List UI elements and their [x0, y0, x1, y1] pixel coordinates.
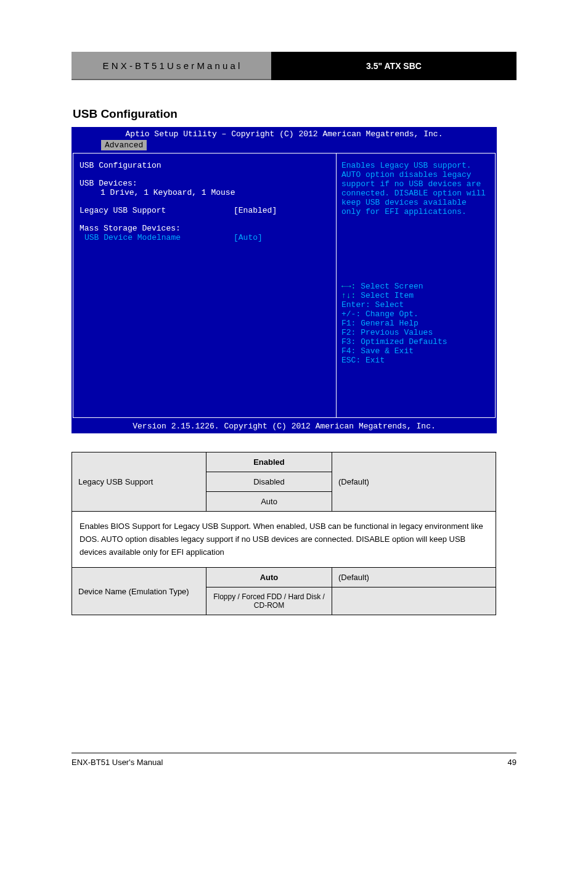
settings-table: Legacy USB Support Enabled (Default) Dis…	[71, 452, 496, 615]
bios-right-panel: Enables Legacy USB support. AUTO option …	[337, 153, 496, 418]
section-title: USB Configuration	[73, 107, 517, 121]
row1-opt2: Disabled	[206, 472, 332, 492]
bios-title: Aptio Setup Utility – Copyright (C) 2012…	[71, 127, 497, 140]
header-left: E N X - B T 5 1 U s e r M a n u a l	[71, 52, 271, 80]
row2-name: Device Name (Emulation Type)	[72, 568, 206, 615]
legacy-usb-label[interactable]: Legacy USB Support	[80, 206, 234, 215]
mass-device-name[interactable]: USB Device Modelname	[80, 233, 234, 242]
mass-storage-label: Mass Storage Devices:	[80, 224, 330, 233]
footer-rule	[71, 753, 517, 753]
row2-blank	[332, 587, 496, 615]
usb-devices-label: USB Devices:	[80, 179, 330, 188]
row1-opt3: Auto	[206, 492, 332, 512]
bios-nav-hints: ←→: Select Screen ↑↓: Select Item Enter:…	[337, 277, 495, 372]
tab-advanced[interactable]: Advanced	[101, 140, 147, 150]
bios-heading: USB Configuration	[80, 161, 330, 170]
row-note: Enables BIOS Support for Legacy USB Supp…	[72, 512, 496, 568]
row2-opt2: Floppy / Forced FDD / Hard Disk / CD-ROM	[206, 587, 332, 615]
row2-default: (Default)	[332, 568, 496, 587]
footer-right: 49	[393, 755, 517, 767]
row1-name: Legacy USB Support	[72, 452, 206, 512]
row1-opt1: Enabled	[206, 452, 332, 472]
bios-help-text: Enables Legacy USB support. AUTO option …	[337, 153, 495, 277]
bios-screenshot: Aptio Setup Utility – Copyright (C) 2012…	[71, 127, 497, 433]
legacy-usb-value[interactable]: [Enabled]	[234, 206, 277, 215]
bios-footer: Version 2.15.1226. Copyright (C) 2012 Am…	[71, 419, 497, 433]
row2-opt1: Auto	[206, 568, 332, 587]
mass-device-value[interactable]: [Auto]	[234, 233, 263, 242]
page-header: E N X - B T 5 1 U s e r M a n u a l 3.5"…	[71, 52, 517, 80]
bios-tabrow: Advanced	[71, 140, 497, 152]
row1-default: (Default)	[332, 452, 496, 512]
bios-left-panel: USB Configuration USB Devices: 1 Drive, …	[73, 153, 337, 418]
header-right: 3.5" ATX SBC	[271, 52, 517, 80]
footer-left: ENX-BT51 User's Manual	[71, 755, 195, 767]
usb-devices-value: 1 Drive, 1 Keyboard, 1 Mouse	[80, 188, 330, 197]
